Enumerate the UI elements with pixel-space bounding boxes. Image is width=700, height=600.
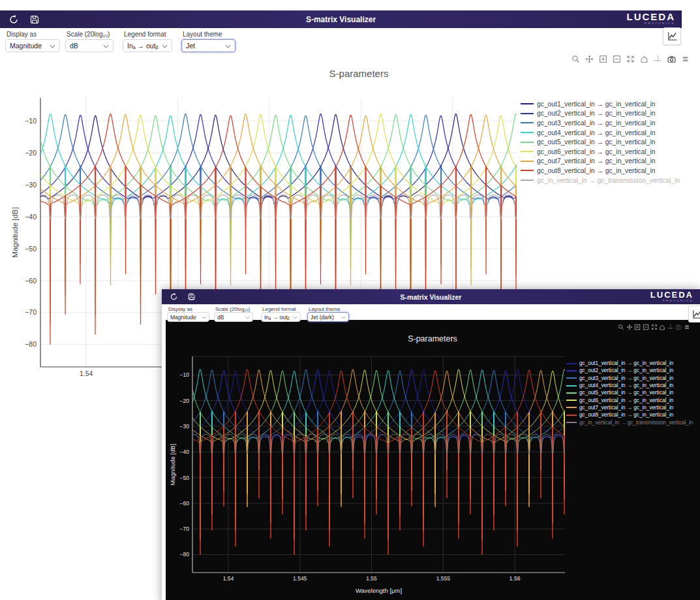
legend-item[interactable]: gc_out2_vertical_in → gc_in_vertical_in <box>566 367 700 374</box>
series-curve-gc_out6 <box>40 114 517 309</box>
legend-swatch <box>566 407 577 408</box>
legend-label: gc_in_vertical_in → gc_transmission_vert… <box>537 177 680 184</box>
legend-label: gc_out6_vertical_in → gc_in_vertical_in <box>579 398 673 403</box>
legend-label: gc_out5_vertical_in → gc_in_vertical_in <box>537 138 655 146</box>
legend-item[interactable]: gc_out8_vertical_in → gc_in_vertical_in <box>566 411 700 418</box>
legend-swatch <box>521 151 534 152</box>
legend-item[interactable]: gc_in_vertical_in → gc_transmission_vert… <box>566 418 700 426</box>
legend-label: gc_out4_vertical_in → gc_in_vertical_in <box>537 129 655 136</box>
visualizer-window-dark: S-matrix Visualizer LUCEDA PHOTONICS Dis… <box>162 289 700 600</box>
legend-swatch <box>521 161 534 162</box>
series-curve-through <box>40 195 517 219</box>
series-curve-gc_out8 <box>192 370 565 555</box>
legend-label: gc_out1_vertical_in → gc_in_vertical_in <box>579 360 673 366</box>
legend-swatch <box>521 142 534 143</box>
legend-swatch <box>566 363 577 364</box>
legend-swatch <box>566 400 577 401</box>
y-tick-label: −50 <box>25 245 37 253</box>
x-tick-label: 1.555 <box>436 575 451 582</box>
legend-item[interactable]: gc_out7_vertical_in → gc_in_vertical_in <box>566 404 700 411</box>
legend-label: gc_out2_vertical_in → gc_in_vertical_in <box>537 110 655 117</box>
legend-swatch <box>566 415 577 416</box>
s-parameters-plot[interactable]: −10−20−30−40−50−60−70−801.541.5451.551.5… <box>162 289 700 600</box>
y-tick-label: −70 <box>25 308 37 316</box>
series-curve-gc_out6 <box>192 370 565 527</box>
legend-item[interactable]: gc_out7_vertical_in → gc_in_vertical_in <box>521 157 682 166</box>
legend-label: gc_out7_vertical_in → gc_in_vertical_in <box>537 157 655 165</box>
y-tick-label: −20 <box>180 398 190 404</box>
legend-label: gc_out6_vertical_in → gc_in_vertical_in <box>537 148 655 155</box>
y-tick-label: −70 <box>180 526 190 532</box>
legend-swatch <box>566 377 577 379</box>
y-tick-label: −40 <box>180 449 190 455</box>
y-tick-label: −80 <box>25 340 37 348</box>
y-tick-label: −60 <box>25 277 37 285</box>
y-tick-label: −10 <box>180 371 190 378</box>
legend-item[interactable]: gc_out6_vertical_in → gc_in_vertical_in <box>521 147 682 157</box>
legend-label: gc_out5_vertical_in → gc_in_vertical_in <box>579 390 673 396</box>
y-tick-label: −20 <box>25 149 37 157</box>
y-tick-label: −10 <box>25 117 37 125</box>
y-tick-label: −40 <box>25 213 37 221</box>
legend-swatch <box>521 122 534 123</box>
legend-item[interactable]: gc_out2_vertical_in → gc_in_vertical_in <box>521 109 682 119</box>
x-tick-label: 1.54 <box>223 575 234 582</box>
legend-item[interactable]: gc_out1_vertical_in → gc_in_vertical_in <box>566 360 700 367</box>
legend-label: gc_out7_vertical_in → gc_in_vertical_in <box>579 405 673 411</box>
legend-item[interactable]: gc_out5_vertical_in → gc_in_vertical_in <box>521 137 682 147</box>
legend-label: gc_in_vertical_in → gc_transmission_vert… <box>579 420 693 426</box>
legend-item[interactable]: gc_out3_vertical_in → gc_in_vertical_in <box>566 375 700 382</box>
legend-swatch <box>566 385 577 387</box>
legend-swatch <box>566 392 577 394</box>
series-curve-gc_out2 <box>40 114 517 272</box>
x-tick-label: 1.54 <box>80 370 93 377</box>
y-axis-title: Magnitude [dB] <box>169 444 176 486</box>
legend-label: gc_out3_vertical_in → gc_in_vertical_in <box>537 119 655 127</box>
legend-item[interactable]: gc_out5_vertical_in → gc_in_vertical_in <box>566 389 700 396</box>
legend-swatch <box>521 170 534 171</box>
y-tick-label: −60 <box>180 500 190 507</box>
legend-label: gc_out2_vertical_in → gc_in_vertical_in <box>579 368 673 373</box>
legend-item[interactable]: gc_out4_vertical_in → gc_in_vertical_in <box>566 382 700 389</box>
legend-swatch <box>521 180 534 181</box>
legend-swatch <box>566 370 577 371</box>
legend-swatch <box>521 113 534 114</box>
series-curve-through <box>192 434 565 453</box>
y-tick-label: −30 <box>25 181 37 189</box>
plot-title: S-parameters <box>408 334 457 343</box>
plot-legend: gc_out1_vertical_in → gc_in_vertical_ing… <box>521 99 682 185</box>
y-tick-label: −30 <box>180 423 190 430</box>
y-axis-title: Magnitude [dB] <box>11 207 19 257</box>
x-tick-label: 1.56 <box>510 575 521 582</box>
series-curve-gc_out7 <box>192 370 565 539</box>
series-curve-gc_out2 <box>192 370 565 496</box>
x-tick-label: 1.545 <box>293 575 307 582</box>
legend-swatch <box>521 103 534 104</box>
legend-label: gc_out8_vertical_in → gc_in_vertical_in <box>579 412 673 418</box>
legend-item[interactable]: gc_in_vertical_in → gc_transmission_vert… <box>521 176 682 185</box>
series-group <box>192 370 565 555</box>
legend-label: gc_out4_vertical_in → gc_in_vertical_in <box>579 383 673 388</box>
x-axis-title: Wavelength [μm] <box>356 587 402 594</box>
plot-legend: gc_out1_vertical_in → gc_in_vertical_ing… <box>566 360 700 426</box>
plot-title: S-parameters <box>329 68 389 79</box>
legend-swatch <box>566 422 577 423</box>
legend-label: gc_out3_vertical_in → gc_in_vertical_in <box>579 375 673 381</box>
legend-label: gc_out1_vertical_in → gc_in_vertical_in <box>537 101 655 108</box>
legend-item[interactable]: gc_out6_vertical_in → gc_in_vertical_in <box>566 396 700 403</box>
legend-label: gc_out8_vertical_in → gc_in_vertical_in <box>537 167 655 174</box>
legend-item[interactable]: gc_out3_vertical_in → gc_in_vertical_in <box>521 118 682 128</box>
legend-item[interactable]: gc_out1_vertical_in → gc_in_vertical_in <box>521 99 682 109</box>
x-tick-label: 1.55 <box>366 575 377 582</box>
legend-item[interactable]: gc_out8_vertical_in → gc_in_vertical_in <box>521 166 682 176</box>
legend-swatch <box>521 132 534 133</box>
y-tick-label: −80 <box>180 551 190 558</box>
legend-item[interactable]: gc_out4_vertical_in → gc_in_vertical_in <box>521 128 682 138</box>
y-tick-label: −50 <box>180 475 190 481</box>
